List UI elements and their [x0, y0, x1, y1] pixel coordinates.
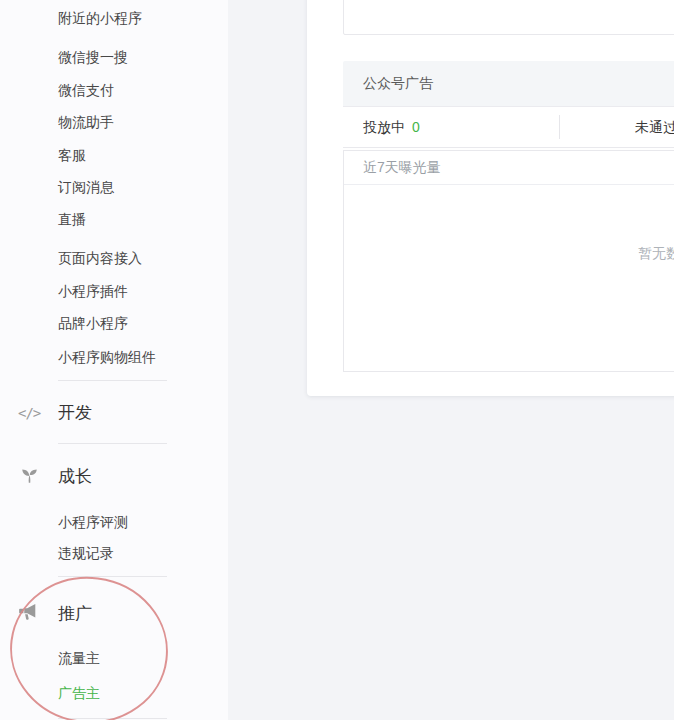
stat-not-approved[interactable]: 未通过	[635, 107, 674, 147]
sidebar-item-brand-mini-program[interactable]: 品牌小程序	[58, 312, 128, 334]
stat-not-approved-label: 未通过	[635, 119, 674, 135]
stat-delivering-value: 0	[412, 119, 420, 135]
sidebar-item-live[interactable]: 直播	[58, 208, 86, 230]
sidebar-divider	[58, 443, 167, 444]
sidebar: 附近的小程序 微信搜一搜 微信支付 物流助手 客服 订阅消息 直播 页面内容接入…	[0, 0, 229, 720]
stat-divider	[559, 115, 560, 139]
code-icon: </>	[18, 403, 40, 423]
sidebar-divider	[58, 380, 167, 381]
exposure-chart-box: 近7天曝光量 暂无数据	[343, 150, 674, 372]
sidebar-item-mini-program-plugin[interactable]: 小程序插件	[58, 280, 128, 302]
sidebar-item-subscribe-message[interactable]: 订阅消息	[58, 176, 114, 198]
sidebar-item-page-content-access[interactable]: 页面内容接入	[58, 247, 142, 269]
sidebar-item-nearby-mini-programs[interactable]: 附近的小程序	[58, 7, 142, 29]
chart-empty-text: 暂无数据	[638, 245, 674, 263]
stat-delivering[interactable]: 投放中0	[363, 107, 420, 147]
sidebar-item-evaluation[interactable]: 小程序评测	[58, 511, 128, 533]
sidebar-item-logistics-assistant[interactable]: 物流助手	[58, 111, 114, 133]
wechat-mp-admin-screen: 附近的小程序 微信搜一搜 微信支付 物流助手 客服 订阅消息 直播 页面内容接入…	[0, 0, 674, 720]
sidebar-section-growth[interactable]: 成长	[58, 465, 92, 489]
ads-stats-row: 投放中0 未通过	[343, 107, 674, 148]
sidebar-divider	[58, 718, 167, 719]
chart-title: 近7天曝光量	[344, 151, 674, 185]
sidebar-divider	[58, 576, 167, 577]
sidebar-item-customer-service[interactable]: 客服	[58, 144, 86, 166]
sidebar-item-wechat-search[interactable]: 微信搜一搜	[58, 46, 128, 68]
sidebar-item-advertiser[interactable]: 广告主	[58, 682, 100, 704]
top-card-cutoff	[343, 0, 674, 35]
sidebar-item-violation-records[interactable]: 违规记录	[58, 542, 114, 564]
sidebar-item-shopping-component[interactable]: 小程序购物组件	[58, 346, 156, 368]
sidebar-section-promotion[interactable]: 推广	[58, 602, 92, 626]
panel-title: 公众号广告	[343, 61, 674, 106]
sidebar-item-traffic-monetization[interactable]: 流量主	[58, 647, 100, 669]
megaphone-icon	[18, 604, 39, 625]
panel-header: 公众号广告	[343, 61, 674, 107]
sidebar-section-dev[interactable]: 开发	[58, 401, 92, 425]
sidebar-item-wechat-pay[interactable]: 微信支付	[58, 79, 114, 101]
stat-delivering-label: 投放中	[363, 119, 405, 135]
sprout-icon	[20, 467, 39, 489]
